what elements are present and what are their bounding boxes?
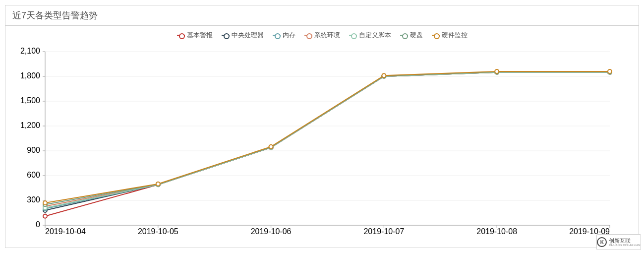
legend-marker-icon <box>304 32 312 38</box>
data-point[interactable] <box>269 145 273 149</box>
y-tick-label: 1,800 <box>20 71 40 80</box>
y-tick-label: 900 <box>27 146 40 154</box>
legend-label: 自定义脚本 <box>359 31 391 40</box>
legend-item-0[interactable]: 基本警报 <box>177 31 213 40</box>
data-point[interactable] <box>43 214 47 218</box>
y-tick-label: 300 <box>27 195 40 204</box>
y-tick-label: 2,100 <box>20 47 40 55</box>
legend-marker-icon <box>432 32 440 38</box>
legend-marker-icon <box>177 32 185 38</box>
watermark-subtext: CHUANG XIN HU LIAN <box>609 244 640 247</box>
series-line <box>45 71 610 203</box>
y-tick-label: 1,500 <box>20 96 40 105</box>
y-tick-label: 0 <box>36 220 40 229</box>
legend-item-2[interactable]: 内存 <box>273 31 295 40</box>
x-tick-label: 2019-10-06 <box>251 227 292 236</box>
chart-legend: 基本警报中央处理器内存系统环境自定义脚本硬盘硬件监控 <box>5 26 639 42</box>
series-line <box>45 72 610 205</box>
legend-item-4[interactable]: 自定义脚本 <box>349 31 391 40</box>
data-point[interactable] <box>495 69 499 73</box>
legend-item-6[interactable]: 硬件监控 <box>432 31 468 40</box>
data-point[interactable] <box>43 201 47 205</box>
legend-item-1[interactable]: 中央处理器 <box>222 31 264 40</box>
legend-item-3[interactable]: 系统环境 <box>304 31 340 40</box>
legend-label: 系统环境 <box>314 31 340 40</box>
y-tick-label: 600 <box>27 171 40 179</box>
series-line <box>45 72 610 206</box>
legend-label: 基本警报 <box>187 31 213 40</box>
legend-marker-icon <box>273 32 281 38</box>
x-tick-label: 2019-10-08 <box>476 227 517 236</box>
watermark-badge: K 创新互联 CHUANG XIN HU LIAN <box>596 234 641 250</box>
legend-marker-icon <box>349 32 357 38</box>
legend-marker-icon <box>400 32 408 38</box>
x-tick-label: 2019-10-07 <box>363 227 404 236</box>
legend-marker-icon <box>222 32 230 38</box>
x-tick-label: 2019-10-05 <box>138 227 178 236</box>
y-tick-label: 1,200 <box>20 121 40 129</box>
legend-label: 硬件监控 <box>442 31 468 40</box>
data-point[interactable] <box>608 69 612 73</box>
data-point[interactable] <box>156 182 160 186</box>
line-chart: 03006009001,2001,5001,8002,1002019-10-04… <box>5 42 640 245</box>
panel-title: 近7天各类型告警趋势 <box>5 5 639 26</box>
legend-label: 内存 <box>283 31 295 40</box>
chart-area: 基本警报中央处理器内存系统环境自定义脚本硬盘硬件监控 03006009001,2… <box>5 26 639 248</box>
series-line <box>45 72 610 208</box>
legend-label: 硬盘 <box>410 31 423 40</box>
legend-item-5[interactable]: 硬盘 <box>400 31 423 40</box>
data-point[interactable] <box>382 73 386 77</box>
chart-panel: 近7天各类型告警趋势 基本警报中央处理器内存系统环境自定义脚本硬盘硬件监控 03… <box>5 5 639 248</box>
legend-label: 中央处理器 <box>232 31 264 40</box>
watermark-logo-icon: K <box>597 237 607 247</box>
x-tick-label: 2019-10-04 <box>45 227 86 236</box>
watermark-text: 创新互联 <box>609 238 640 244</box>
series-line <box>45 72 610 216</box>
